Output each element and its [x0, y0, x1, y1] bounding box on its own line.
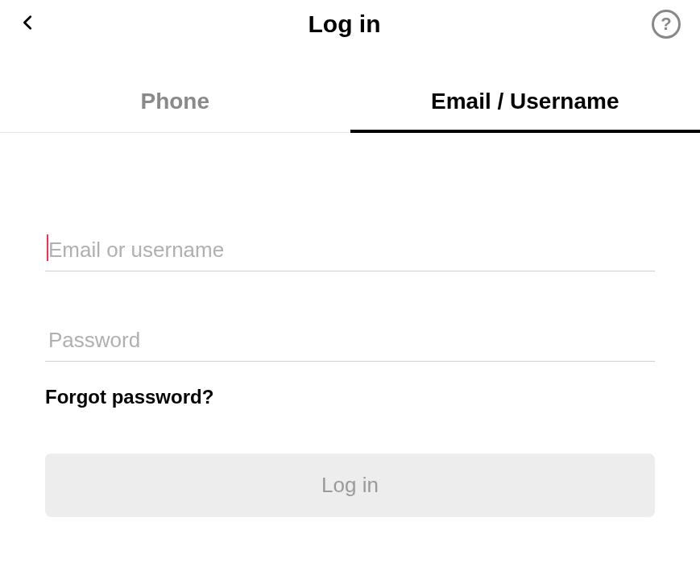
email-field-wrap — [45, 230, 655, 271]
tab-phone-label: Phone — [140, 89, 209, 114]
password-field-wrap — [45, 320, 655, 362]
email-input[interactable] — [45, 238, 655, 263]
tab-email-username-label: Email / Username — [431, 89, 619, 114]
page-title: Log in — [37, 10, 652, 38]
text-caret — [47, 234, 48, 261]
back-button[interactable] — [19, 14, 37, 35]
password-input[interactable] — [45, 328, 655, 353]
login-form: Forgot password? Log in — [0, 230, 700, 517]
header: Log in ? — [0, 0, 700, 48]
forgot-password-link[interactable]: Forgot password? — [45, 386, 655, 408]
login-button[interactable]: Log in — [45, 453, 655, 517]
chevron-left-icon — [19, 14, 37, 31]
tab-phone[interactable]: Phone — [0, 71, 350, 132]
tabs: Phone Email / Username — [0, 71, 700, 133]
help-icon: ? — [661, 14, 671, 35]
help-button[interactable]: ? — [652, 10, 681, 39]
tab-email-username[interactable]: Email / Username — [350, 71, 701, 132]
